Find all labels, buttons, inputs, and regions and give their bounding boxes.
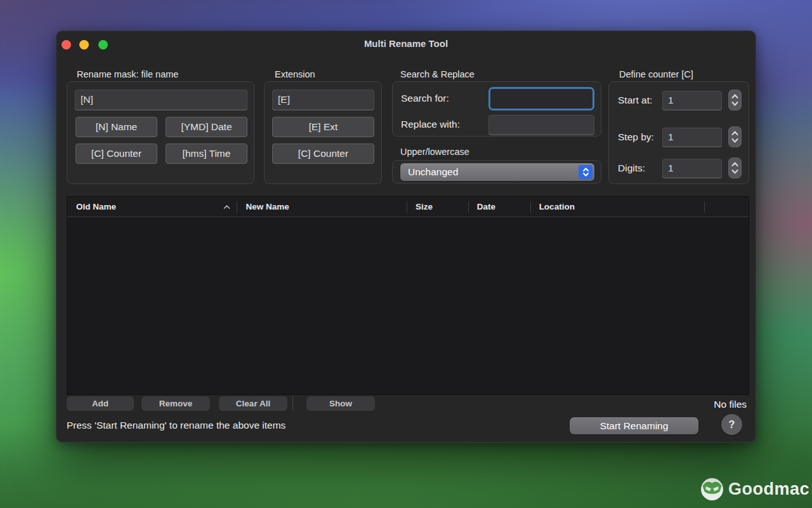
rename-mask-input[interactable] [75, 90, 247, 110]
column-header-date[interactable]: Date [468, 197, 530, 217]
remove-button[interactable]: Remove [141, 396, 210, 411]
toolbar-divider [292, 396, 293, 411]
insert-ext-token-button[interactable]: [E] Ext [272, 117, 374, 137]
digits-input[interactable] [662, 159, 722, 178]
define-counter-panel: Start at: Step by: Digits: [608, 81, 749, 184]
replace-with-input[interactable] [488, 115, 594, 135]
start-at-stepper[interactable] [728, 90, 742, 110]
sort-ascending-icon [223, 204, 230, 210]
dropdown-chevrons-icon [579, 165, 593, 179]
rename-mask-section-label: Rename mask: file name [77, 69, 178, 79]
insert-time-token-button[interactable]: [hms] Time [166, 144, 247, 164]
files-status: No files [714, 397, 747, 411]
column-label: Size [416, 202, 433, 211]
column-label: Date [477, 202, 495, 211]
watermark: Goodmac [700, 478, 809, 501]
stepper-chevrons-icon [730, 92, 740, 108]
show-button[interactable]: Show [306, 396, 375, 411]
multi-rename-tool-window: Multi Rename Tool Rename mask: file name… [56, 30, 756, 443]
column-label: New Name [246, 202, 289, 211]
search-replace-panel: Search for: Replace with: [392, 81, 601, 137]
insert-counter-token-button[interactable]: [C] Counter [75, 144, 157, 164]
replace-with-label: Replace with: [401, 119, 460, 130]
extension-section-label: Extension [275, 69, 315, 79]
digits-label: Digits: [618, 163, 645, 174]
insert-ext-counter-token-button[interactable]: [C] Counter [272, 144, 374, 164]
case-panel: Unchanged [392, 160, 601, 184]
step-by-input[interactable] [662, 128, 722, 147]
file-list-area[interactable] [67, 217, 749, 394]
insert-name-token-button[interactable]: [N] Name [75, 117, 157, 137]
insert-date-token-button[interactable]: [YMD] Date [166, 117, 247, 137]
column-header-size[interactable]: Size [407, 197, 468, 217]
case-dropdown[interactable]: Unchanged [400, 163, 594, 181]
counter-section-label: Define counter [C] [619, 69, 693, 79]
column-header-extra [704, 197, 749, 217]
step-by-stepper[interactable] [728, 126, 742, 147]
column-header-location[interactable]: Location [530, 197, 704, 217]
stepper-chevrons-icon [730, 129, 740, 145]
search-for-label: Search for: [401, 93, 449, 104]
digits-stepper[interactable] [728, 157, 742, 178]
file-table: Old Name New Name Size Date Location [67, 196, 749, 395]
extension-panel: [E] Ext [C] Counter [264, 81, 382, 184]
watermark-text: Goodmac [728, 479, 809, 499]
step-by-label: Step by: [618, 131, 654, 143]
table-header: Old Name New Name Size Date Location [67, 197, 749, 217]
titlebar: Multi Rename Tool [56, 31, 756, 57]
stepper-chevrons-icon [730, 160, 740, 176]
case-dropdown-value: Unchanged [400, 166, 458, 178]
start-renaming-button[interactable]: Start Renaming [570, 417, 698, 434]
help-button[interactable]: ? [721, 414, 742, 435]
window-title: Multi Rename Tool [56, 38, 756, 49]
column-header-new-name[interactable]: New Name [237, 197, 406, 217]
column-header-old-name[interactable]: Old Name [67, 197, 237, 217]
column-label: Location [539, 202, 575, 211]
rename-mask-panel: [N] Name [YMD] Date [C] Counter [hms] Ti… [67, 81, 254, 184]
search-for-input[interactable] [488, 87, 594, 110]
add-button[interactable]: Add [67, 396, 134, 411]
extension-mask-input[interactable] [272, 90, 374, 110]
status-hint: Press 'Start Renaming' to rename the abo… [67, 420, 285, 431]
goodmac-logo-icon [700, 478, 724, 501]
start-at-label: Start at: [618, 95, 652, 106]
column-label: Old Name [76, 202, 116, 211]
search-replace-section-label: Search & Replace [400, 69, 475, 79]
uppercase-lowercase-label: Upper/lowercase [400, 147, 469, 157]
clear-all-button[interactable]: Clear All [219, 396, 287, 411]
start-at-input[interactable] [662, 91, 722, 110]
